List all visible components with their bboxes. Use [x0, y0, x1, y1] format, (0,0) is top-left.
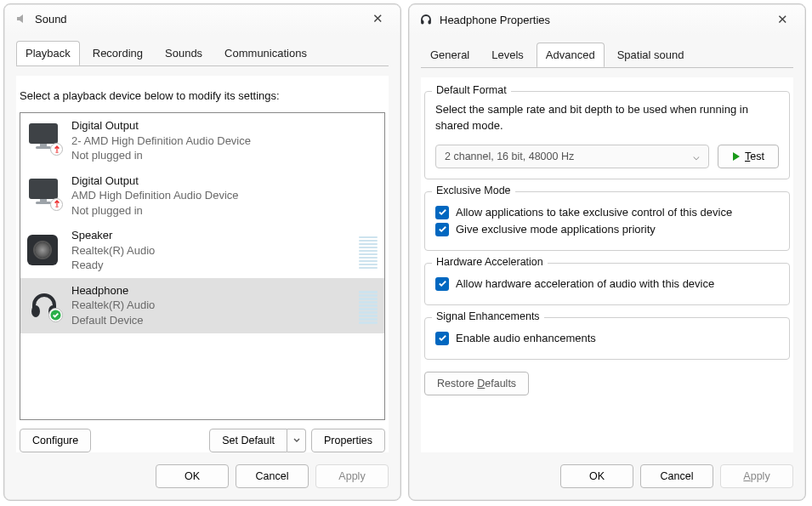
restore-prefix: Restore: [437, 378, 477, 389]
apply-button[interactable]: Apply: [315, 464, 389, 488]
tab-recording[interactable]: Recording: [83, 41, 152, 66]
device-list[interactable]: Digital Output 2- AMD High Definition Au…: [20, 112, 385, 420]
sound-icon: [14, 12, 28, 26]
window-title: Headphone Properties: [440, 14, 550, 26]
tab-levels[interactable]: Levels: [482, 43, 533, 68]
sound-window: Sound ✕ Playback Recording Sounds Commun…: [3, 3, 401, 501]
close-icon[interactable]: ✕: [769, 10, 797, 29]
playback-description: Select a playback device below to modify…: [20, 89, 385, 102]
svg-point-5: [421, 20, 424, 24]
play-icon: [732, 152, 741, 161]
device-line3: Ready: [71, 258, 359, 273]
chevron-down-icon: ⌵: [693, 150, 700, 162]
svg-rect-0: [55, 151, 58, 152]
checkbox-checked-icon: [435, 277, 449, 291]
monitor-icon: [27, 173, 65, 216]
properties-tabs: General Levels Advanced Spatial sound: [421, 42, 793, 67]
exclusive-mode-group: Exclusive Mode Allow applications to tak…: [424, 191, 790, 251]
titlebar-properties: Headphone Properties ✕: [409, 4, 805, 35]
configure-button[interactable]: Configure: [20, 429, 91, 452]
apply-rest: pply: [751, 470, 770, 482]
device-line2: Realtek(R) Audio: [71, 243, 359, 259]
group-legend: Hardware Acceleration: [432, 256, 548, 268]
advanced-panel: Default Format Select the sample rate an…: [421, 77, 793, 452]
exclusive-control-checkbox[interactable]: Allow applications to take exclusive con…: [435, 206, 779, 219]
tab-general[interactable]: General: [421, 43, 479, 68]
tab-communications[interactable]: Communications: [215, 41, 316, 66]
svg-point-2: [31, 305, 40, 317]
cancel-button[interactable]: Cancel: [640, 464, 713, 488]
svg-point-6: [428, 20, 431, 24]
set-default-dropdown-button[interactable]: [287, 429, 306, 452]
tab-advanced[interactable]: Advanced: [537, 43, 605, 68]
titlebar-sound: Sound ✕: [4, 4, 400, 33]
device-item[interactable]: Headphone Realtek(R) Audio Default Devic…: [20, 278, 384, 333]
monitor-icon: [27, 118, 65, 161]
hw-accel-checkbox[interactable]: Allow hardware acceleration of audio wit…: [435, 277, 779, 291]
speaker-icon: [27, 228, 65, 270]
headphone-properties-window: Headphone Properties ✕ General Levels Ad…: [408, 3, 806, 501]
default-check-badge-icon: [48, 308, 63, 322]
headphone-icon: [27, 283, 65, 326]
group-legend: Signal Enhancements: [432, 310, 544, 322]
unplugged-badge-icon: [50, 143, 63, 156]
vu-meter-icon: [359, 285, 378, 324]
headphone-icon: [419, 13, 433, 26]
checkbox-label: Allow applications to take exclusive con…: [456, 206, 732, 219]
device-line3: Not plugged in: [71, 203, 378, 219]
group-legend: Default Format: [432, 84, 511, 96]
window-title: Sound: [35, 13, 67, 26]
default-format-desc: Select the sample rate and bit depth to …: [435, 102, 779, 134]
vu-meter-icon: [359, 230, 378, 269]
device-line3: Default Device: [71, 313, 359, 328]
svg-rect-1: [55, 207, 58, 208]
tab-spatial-sound[interactable]: Spatial sound: [608, 43, 694, 68]
checkbox-checked-icon: [435, 223, 449, 236]
group-legend: Exclusive Mode: [432, 185, 515, 196]
unplugged-badge-icon: [50, 198, 63, 211]
exclusive-priority-checkbox[interactable]: Give exclusive mode applications priorit…: [435, 223, 779, 236]
ok-button[interactable]: OK: [560, 464, 633, 488]
signal-enhancements-group: Signal Enhancements Enable audio enhance…: [424, 317, 790, 360]
apply-button[interactable]: Apply: [720, 464, 793, 488]
format-select[interactable]: 2 channel, 16 bit, 48000 Hz ⌵: [435, 145, 709, 168]
tab-playback[interactable]: Playback: [16, 41, 80, 66]
properties-button[interactable]: Properties: [311, 429, 385, 452]
default-format-group: Default Format Select the sample rate an…: [424, 91, 790, 179]
close-icon[interactable]: ✕: [364, 9, 392, 28]
restore-rest: efaults: [485, 378, 516, 389]
device-line2: AMD High Definition Audio Device: [71, 188, 378, 203]
device-line3: Not plugged in: [71, 148, 378, 163]
restore-underline: D: [477, 378, 485, 389]
set-default-split-button[interactable]: Set Default: [209, 429, 306, 452]
cancel-button[interactable]: Cancel: [236, 464, 309, 488]
device-name: Digital Output: [71, 118, 378, 134]
checkbox-checked-icon: [435, 332, 449, 345]
set-default-button[interactable]: Set Default: [209, 429, 287, 452]
device-item[interactable]: Speaker Realtek(R) Audio Ready: [20, 223, 384, 278]
audio-enhancements-checkbox[interactable]: Enable audio enhancements: [435, 332, 779, 345]
device-line2: 2- AMD High Definition Audio Device: [71, 134, 378, 149]
hardware-acceleration-group: Hardware Acceleration Allow hardware acc…: [424, 263, 790, 305]
device-item[interactable]: Digital Output 2- AMD High Definition Au…: [20, 113, 384, 168]
device-name: Speaker: [71, 228, 359, 243]
device-item[interactable]: Digital Output AMD High Definition Audio…: [20, 168, 384, 224]
checkbox-checked-icon: [435, 206, 449, 219]
device-name: Digital Output: [71, 173, 378, 189]
format-selected-value: 2 channel, 16 bit, 48000 Hz: [445, 151, 574, 162]
playback-panel: Select a playback device below to modify…: [16, 76, 389, 452]
device-name: Headphone: [71, 283, 359, 298]
sound-tabs: Playback Recording Sounds Communications: [16, 40, 389, 65]
tab-sounds[interactable]: Sounds: [156, 41, 212, 66]
checkbox-label: Give exclusive mode applications priorit…: [456, 223, 656, 236]
ok-button[interactable]: OK: [156, 464, 229, 488]
checkbox-label: Enable audio enhancements: [456, 332, 596, 344]
restore-defaults-button[interactable]: Restore Defaults: [424, 372, 529, 395]
test-button[interactable]: Test: [718, 145, 779, 168]
test-rest: est: [750, 151, 764, 162]
chevron-down-icon: [293, 437, 300, 444]
device-line2: Realtek(R) Audio: [71, 298, 359, 313]
checkbox-label: Allow hardware acceleration of audio wit…: [456, 277, 714, 290]
apply-underline: A: [743, 470, 750, 482]
